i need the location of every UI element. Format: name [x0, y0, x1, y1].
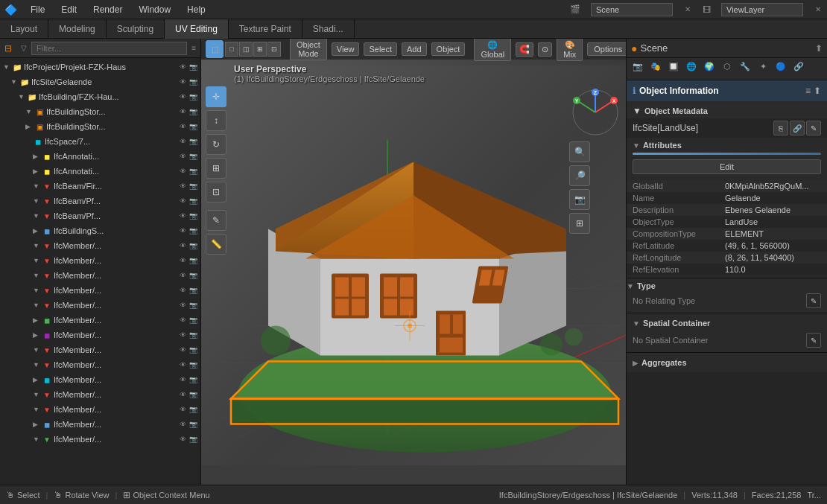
- render-icon[interactable]: 📷: [188, 272, 197, 279]
- annotate-tool-btn[interactable]: ✎: [206, 210, 226, 231]
- list-item[interactable]: ▼ ▼ IfcMember/... 👁 📷: [0, 342, 200, 357]
- view-layer-props-icon[interactable]: 🔲: [665, 58, 682, 74]
- visibility-icon[interactable]: 👁: [178, 331, 187, 339]
- visibility-icon[interactable]: 👁: [178, 272, 187, 279]
- cursor-tool-btn[interactable]: ✛: [206, 86, 226, 107]
- snap-btn1[interactable]: □: [225, 42, 238, 57]
- render-icon[interactable]: 📷: [188, 63, 197, 71]
- options-btn[interactable]: Options: [587, 42, 626, 56]
- list-item[interactable]: ◼ IfcSpace/7... 👁 📷: [0, 134, 200, 149]
- render-icon[interactable]: 📷: [188, 227, 197, 235]
- visibility-icon[interactable]: 👁: [178, 406, 187, 413]
- list-item[interactable]: ▼ ▣ IfcBuildingStor... 👁 📷: [0, 104, 200, 119]
- tab-sculpting[interactable]: Sculpting: [107, 19, 165, 39]
- render-icon[interactable]: 📷: [188, 316, 197, 324]
- render-icon[interactable]: 📷: [188, 361, 197, 369]
- object-info-expand-icon[interactable]: ⬆: [814, 86, 821, 96]
- list-item[interactable]: ▶ ◼ IfcBuildingS... 👁 📷: [0, 223, 200, 238]
- metadata-section-header[interactable]: ▼ Object Metadata: [627, 103, 827, 118]
- visibility-icon[interactable]: 👁: [178, 63, 187, 71]
- visibility-icon[interactable]: 👁: [178, 108, 187, 115]
- tab-modeling[interactable]: Modeling: [48, 19, 107, 39]
- physics-props-icon[interactable]: 🔵: [773, 58, 789, 74]
- modifier-props-icon[interactable]: 🔧: [737, 58, 753, 74]
- visibility-icon[interactable]: 👁: [178, 168, 187, 175]
- visibility-icon[interactable]: 👁: [178, 287, 187, 294]
- render-icon[interactable]: 📷: [188, 212, 197, 220]
- filter-icon[interactable]: ▽: [21, 44, 27, 52]
- output-props-icon[interactable]: 🎭: [647, 58, 664, 74]
- render-props-icon[interactable]: 📷: [630, 58, 646, 74]
- list-item[interactable]: ▼ ▼ IfcMember/... 👁 📷: [0, 253, 200, 268]
- spatial-edit-btn[interactable]: ✎: [806, 333, 821, 348]
- list-item[interactable]: ▼ ▼ IfcBeam/Pf... 👁 📷: [0, 194, 200, 208]
- attributes-header[interactable]: ▼ Attributes: [633, 141, 821, 150]
- visibility-icon[interactable]: 👁: [178, 361, 187, 369]
- visibility-icon[interactable]: 👁: [178, 153, 187, 160]
- menu-file[interactable]: File: [28, 4, 48, 15]
- render-icon[interactable]: 📷: [188, 376, 197, 383]
- select-btn[interactable]: Select: [364, 42, 397, 56]
- particles-props-icon[interactable]: ✦: [755, 58, 771, 74]
- object-btn[interactable]: Object: [431, 42, 466, 56]
- menu-window[interactable]: Window: [136, 4, 174, 15]
- edit-attributes-btn[interactable]: Edit: [633, 159, 821, 174]
- render-icon[interactable]: 📷: [188, 182, 197, 190]
- list-item[interactable]: ▼ ▼ IfcMember/... 👁 📷: [0, 238, 200, 253]
- zoom-in-btn[interactable]: 🔍: [569, 141, 590, 162]
- ifc-link-btn[interactable]: 🔗: [790, 121, 805, 135]
- list-item[interactable]: ▶ ◼ IfcMember/... 👁 📷: [0, 328, 200, 342]
- view-btn[interactable]: View: [332, 42, 360, 56]
- list-item[interactable]: ▼ ▼ IfcMember/... 👁 📷: [0, 402, 200, 417]
- visibility-icon[interactable]: 👁: [178, 212, 187, 220]
- rotate-tool-btn[interactable]: ↻: [206, 134, 226, 155]
- tab-shading[interactable]: Shadi...: [302, 19, 355, 39]
- type-edit-btn[interactable]: ✎: [806, 293, 821, 308]
- list-item[interactable]: ▼ ▼ IfcBeam/Pf... 👁 📷: [0, 208, 200, 223]
- nav-gizmo[interactable]: Z X Y: [569, 86, 621, 138]
- render-icon[interactable]: 📷: [188, 138, 197, 145]
- menu-help[interactable]: Help: [184, 4, 209, 15]
- object-mode-btn[interactable]: Object Mode: [290, 39, 327, 60]
- tab-layout[interactable]: Layout: [0, 19, 48, 39]
- world-props-icon[interactable]: 🌍: [701, 58, 717, 74]
- ifc-edit-btn[interactable]: ✎: [806, 121, 821, 135]
- scene-props-icon[interactable]: 🌐: [683, 58, 700, 74]
- object-info-menu-icon[interactable]: ≡: [805, 86, 811, 96]
- visibility-icon[interactable]: 👁: [178, 78, 187, 86]
- move-tool-btn[interactable]: ↕: [206, 110, 226, 131]
- tab-texture-paint[interactable]: Texture Paint: [229, 19, 302, 39]
- outliner-search[interactable]: [31, 42, 187, 55]
- render-icon[interactable]: 📷: [188, 391, 197, 398]
- scene-expand-icon[interactable]: ⬆: [815, 43, 823, 54]
- spatial-section-header[interactable]: ▼ Spatial Container: [627, 316, 827, 330]
- list-item[interactable]: ▶ ◼ IfcAnnotati... 👁 📷: [0, 164, 200, 179]
- scale-tool-btn[interactable]: ⊞: [206, 158, 226, 179]
- snap-btn3[interactable]: ⊞: [253, 42, 267, 57]
- visibility-icon[interactable]: 👁: [178, 227, 187, 235]
- constraints-props-icon[interactable]: 🔗: [790, 58, 807, 74]
- visibility-icon[interactable]: 👁: [178, 182, 187, 190]
- visibility-icon[interactable]: 👁: [178, 436, 187, 443]
- render-icon[interactable]: 📷: [188, 93, 197, 101]
- type-section-header[interactable]: ▼ Type: [627, 281, 827, 290]
- list-item[interactable]: ▶ ▣ IfcBuildingStor... 👁 📷: [0, 119, 200, 134]
- list-item[interactable]: ▼ ▼ IfcMember/... 👁 📷: [0, 298, 200, 313]
- viewport[interactable]: ⬚ □ ◫ ⊞ ⊡ Object Mode View Select Add Ob…: [201, 39, 626, 485]
- menu-edit[interactable]: Edit: [58, 4, 80, 15]
- select-tool-btn[interactable]: ⬚: [206, 40, 224, 58]
- menu-render[interactable]: Render: [90, 4, 125, 15]
- add-btn[interactable]: Add: [402, 42, 427, 56]
- list-item[interactable]: ▶ ◼ IfcAnnotati... 👁 📷: [0, 149, 200, 164]
- viewlayer-close-icon[interactable]: ✕: [815, 5, 821, 13]
- measure-tool-btn[interactable]: 📏: [206, 234, 226, 255]
- render-icon[interactable]: 📷: [188, 257, 197, 264]
- viewlayer-name-input[interactable]: [721, 3, 803, 16]
- render-icon[interactable]: 📷: [188, 153, 197, 160]
- proportional-btn[interactable]: ⊙: [538, 42, 552, 57]
- visibility-icon[interactable]: 👁: [178, 257, 187, 264]
- list-item[interactable]: ▶ ◼ IfcMember/... 👁 📷: [0, 417, 200, 432]
- visibility-icon[interactable]: 👁: [178, 346, 187, 354]
- render-icon[interactable]: 📷: [188, 302, 197, 309]
- camera-btn[interactable]: 📷: [569, 189, 590, 210]
